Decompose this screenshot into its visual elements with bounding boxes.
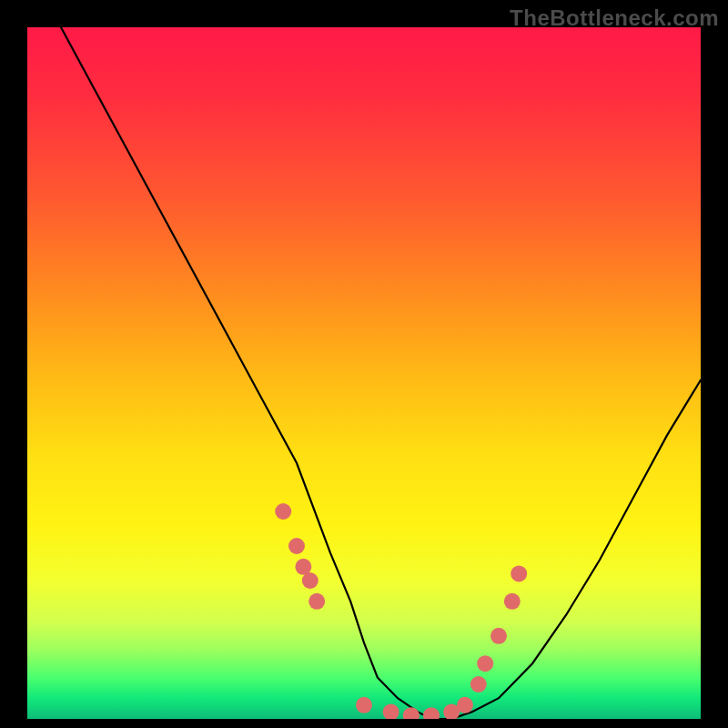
marker-point (288, 538, 305, 554)
marker-point (470, 676, 487, 693)
chart-frame: TheBottleneck.com (0, 0, 728, 728)
marker-point (504, 593, 521, 610)
marker-point (403, 707, 420, 719)
marker-group (275, 503, 527, 719)
marker-point (383, 703, 399, 719)
marker-point (511, 565, 527, 581)
marker-point (423, 707, 440, 719)
curve-line-group (61, 27, 701, 719)
marker-point (477, 655, 493, 672)
curve-line (61, 27, 701, 719)
marker-point (490, 628, 507, 644)
marker-point (308, 593, 325, 610)
marker-point (302, 572, 318, 589)
marker-point (275, 503, 291, 520)
chart-svg (27, 27, 701, 719)
plot-area (27, 27, 701, 719)
marker-point (356, 697, 372, 713)
marker-point (457, 697, 473, 713)
